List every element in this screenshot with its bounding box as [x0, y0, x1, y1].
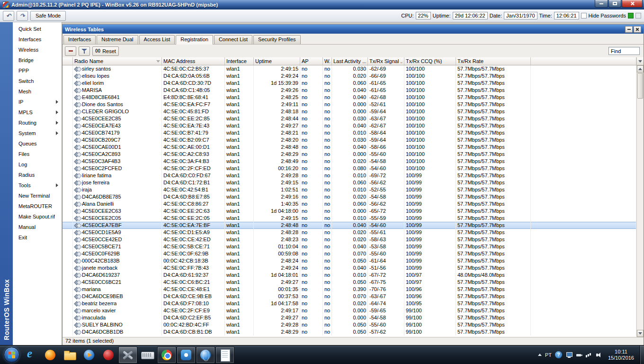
table-row[interactable]: D4CA6D619237 D4:CA:6D:61:92:37 wlan1 1d …: [63, 272, 636, 279]
table-row[interactable]: Dione dos Santos 4C:5E:0C:EA:FC:F7 wlan1…: [63, 101, 636, 108]
table-row[interactable]: 4C5E0C5BCE71 4C:5E:0C:5B:CE:71 wlan1 01:…: [63, 243, 636, 250]
table-row[interactable]: MARISA D4:CA:6D:C1:4B:05 wlan1 2:49:26 n…: [63, 87, 636, 94]
sidebar-item-system[interactable]: System: [13, 128, 62, 138]
tray-expand-icon[interactable]: [538, 354, 542, 356]
column-select-button[interactable]: [636, 57, 644, 65]
close-button[interactable]: [622, 0, 643, 8]
taskbar-media-player-button[interactable]: [80, 346, 98, 364]
sidebar-item-manual[interactable]: Manual: [13, 222, 62, 232]
tab-access-list[interactable]: Access List: [139, 35, 175, 44]
volume-icon[interactable]: [595, 351, 603, 359]
table-row[interactable]: 4C5E0CC6BC21 4C:5E:0C:C6:BC:21 wlan1 2:4…: [63, 279, 636, 286]
taskbar-notepad-button[interactable]: [215, 346, 234, 364]
scroll-up-button[interactable]: [637, 65, 644, 73]
sidebar-item-ip[interactable]: IP: [13, 97, 62, 107]
sidebar-item-queues[interactable]: Queues: [13, 138, 62, 149]
sidebar-item-new-terminal[interactable]: New Terminal: [13, 191, 62, 201]
minimize-button[interactable]: [595, 0, 608, 8]
clock[interactable]: 10:11 15/10/2016: [606, 349, 636, 361]
hide-passwords-checkbox[interactable]: [581, 13, 587, 18]
column-header-3[interactable]: Interface: [225, 57, 254, 65]
sidebar-item-make-supout[interactable]: Make Supout.rif: [13, 211, 62, 222]
table-row[interactable]: CLEDER GRIGOLO 4C:5E:0C:45:81:FD wlan1 2…: [63, 108, 636, 115]
scroll-down-button[interactable]: [637, 330, 644, 337]
table-row[interactable]: 4C5E0CEA7EBF 4C:5E:0C:EA:7E:BF wlan1 2:4…: [63, 222, 636, 229]
table-row[interactable]: 4C5E0C3AF4B3 4C:5E:0C:3A:F4:B3 wlan1 2:4…: [63, 158, 636, 165]
table-row[interactable]: eliel lorim D4:CA:6D:CD:30:7D wlan1 1d 1…: [63, 80, 636, 87]
sidebar-item-tools[interactable]: Tools: [13, 180, 62, 191]
column-header-7[interactable]: Last Activity ...: [332, 57, 368, 65]
table-row[interactable]: beatriz bezerra D4:CA:6D:F7:08:10 wlan1 …: [63, 300, 636, 307]
taskbar-keyboard-button[interactable]: [138, 346, 157, 364]
table-row[interactable]: 4C5E0CB209C7 4C:5E:0C:B2:09:C7 wlan1 2:4…: [63, 136, 636, 144]
table-row[interactable]: liriane fatima D4:CA:6D:C0:FD:67 wlan1 2…: [63, 172, 636, 179]
window-close-button[interactable]: [634, 26, 641, 33]
table-row[interactable]: 4C5E0CB74179 4C:5E:0C:B7:41:79 wlan1 2:4…: [63, 129, 636, 136]
sidebar-item-files[interactable]: Files: [13, 149, 62, 159]
sidebar-item-switch[interactable]: Switch: [13, 76, 62, 86]
table-row[interactable]: 4C5E0CCE42ED 4C:5E:0C:CE:42:ED wlan1 2:4…: [63, 236, 636, 243]
tab-connect-list[interactable]: Connect List: [214, 35, 252, 44]
taskbar-remote-app-button[interactable]: [177, 346, 196, 364]
taskbar-winbox-button[interactable]: [118, 346, 137, 364]
taskbar-globe-button[interactable]: [196, 346, 215, 364]
column-header-4[interactable]: Uptime: [254, 57, 300, 65]
taskbar-firefox-button[interactable]: [41, 346, 60, 364]
table-row[interactable]: D4CA6DCBB1DB D4:CA:6D:CB:B1:DB wlan1 2:4…: [63, 328, 636, 336]
taskbar-chrome-button[interactable]: [157, 346, 176, 364]
undo-button[interactable]: [3, 11, 14, 21]
reset-button[interactable]: 00 Reset: [92, 46, 119, 56]
redo-button[interactable]: [17, 11, 28, 21]
taskbar-folder-button[interactable]: [60, 346, 79, 364]
safe-mode-button[interactable]: Safe Mode: [30, 11, 66, 21]
sidebar-item-routing[interactable]: Routing: [13, 118, 62, 128]
scrollbar-track[interactable]: [637, 73, 644, 330]
network-icon[interactable]: [585, 351, 593, 359]
table-row[interactable]: imaculada D4:CA:6D:C2:EF:B5 wlan1 2:49:2…: [63, 314, 636, 321]
column-header-6[interactable]: W...: [323, 57, 332, 65]
tab-interfaces[interactable]: Interfaces: [63, 35, 96, 44]
language-indicator[interactable]: PT: [545, 352, 552, 358]
sidebar-item-mesh[interactable]: Mesh: [13, 86, 62, 97]
vertical-scrollbar[interactable]: [636, 65, 644, 337]
tab-security-profiles[interactable]: Security Profiles: [253, 35, 300, 44]
taskbar-media-red-button[interactable]: [99, 346, 118, 364]
tab-nstreme-dual[interactable]: Nstreme Dual: [97, 35, 138, 44]
find-button[interactable]: Find: [608, 47, 640, 55]
column-header-1[interactable]: Radio Name: [73, 57, 162, 65]
tab-registration[interactable]: Registration: [176, 35, 213, 45]
table-row[interactable]: iraja 4C:5E:0C:42:54:B1 wlan1 1:02:51 no…: [63, 186, 636, 193]
table-row[interactable]: SUELY BALBINO 00:0C:42:BD:4C:FF wlan1 2:…: [63, 321, 636, 328]
filter-button[interactable]: [79, 46, 90, 56]
sidebar-item-interfaces[interactable]: Interfaces: [13, 34, 62, 45]
sidebar-item-wireless[interactable]: Wireless: [13, 45, 62, 55]
sidebar-item-exit[interactable]: Exit: [13, 232, 62, 243]
column-header-9[interactable]: Tx/Rx CCQ (%): [404, 57, 456, 65]
table-row[interactable]: 4C5E0CA2C893 4C:5E:0C:A2:C8:93 wlan1 2:4…: [63, 151, 636, 158]
column-header-8[interactable]: Tx/Rx Signal ...: [368, 57, 404, 65]
window-roll-button[interactable]: [625, 26, 633, 33]
remove-button[interactable]: [65, 46, 76, 56]
table-row[interactable]: D4CA6DCE9BEB D4:CA:6D:CE:9B:EB wlan1 00:…: [63, 293, 636, 300]
table-row[interactable]: 4C5E0CAE00D1 4C:5E:0C:AE:00:D1 wlan1 2:4…: [63, 144, 636, 151]
help-icon[interactable]: [555, 351, 562, 358]
table-row[interactable]: sirley santos 4C:5E:0C:C2:B5:37 wlan1 2:…: [63, 65, 636, 73]
wireless-window-titlebar[interactable]: Wireless Tables: [63, 25, 644, 34]
sidebar-item-quick-set[interactable]: Quick Set: [13, 24, 62, 34]
start-button[interactable]: [1, 346, 21, 364]
table-row[interactable]: 4C5E0CEA7E43 4C:5E:0C:EA:7E:43 wlan1 2:4…: [63, 122, 636, 129]
sidebar-item-bridge[interactable]: Bridge: [13, 55, 62, 65]
maximize-button[interactable]: [608, 0, 621, 8]
sidebar-item-metarouter[interactable]: MetaROUTER: [13, 201, 62, 211]
table-row[interactable]: mariana 4C:5E:0C:CE:48:E1 wlan1 00:01:35…: [63, 286, 636, 293]
sidebar-item-ppp[interactable]: PPP: [13, 65, 62, 76]
table-row[interactable]: marcelo xavier 4C:5E:0C:2F:CF:E9 wlan1 2…: [63, 307, 636, 314]
table-row[interactable]: 4C5E0CD1E5A9 4C:5E:0C:D1:E5:A9 wlan1 2:4…: [63, 229, 636, 236]
table-row[interactable]: eliseu lopes D4:CA:6D:0A:05:6B wlan1 2:4…: [63, 73, 636, 80]
table-row[interactable]: 000C42CB183B 00:0C:42:CB:18:3B wlan1 2:4…: [63, 257, 636, 264]
scrollbar-thumb[interactable]: [637, 73, 643, 99]
table-row[interactable]: D4CA6DB8E785 D4:CA:6D:B8:E7:85 wlan1 2:4…: [63, 193, 636, 200]
table-row[interactable]: 4C5E0CEE2C85 4C:5E:0C:EE:2C:85 wlan1 2:4…: [63, 115, 636, 122]
show-desktop-button[interactable]: [640, 346, 644, 364]
table-row[interactable]: jose ferreira D4:CA:6D:C1:72:B1 wlan1 2:…: [63, 179, 636, 186]
